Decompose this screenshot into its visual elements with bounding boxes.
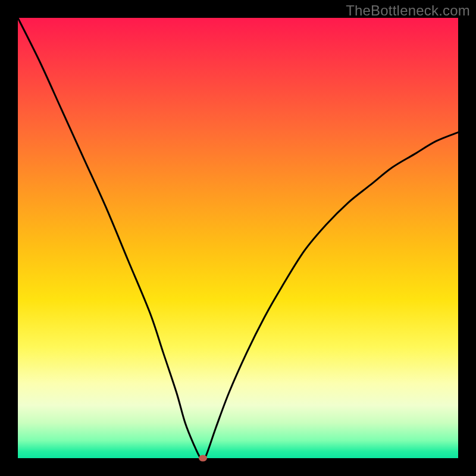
bottleneck-curve bbox=[18, 18, 458, 458]
chart-frame: TheBottleneck.com bbox=[0, 0, 476, 476]
plot-area bbox=[18, 18, 458, 458]
optimal-point-marker bbox=[199, 455, 207, 462]
watermark-text: TheBottleneck.com bbox=[346, 2, 470, 19]
